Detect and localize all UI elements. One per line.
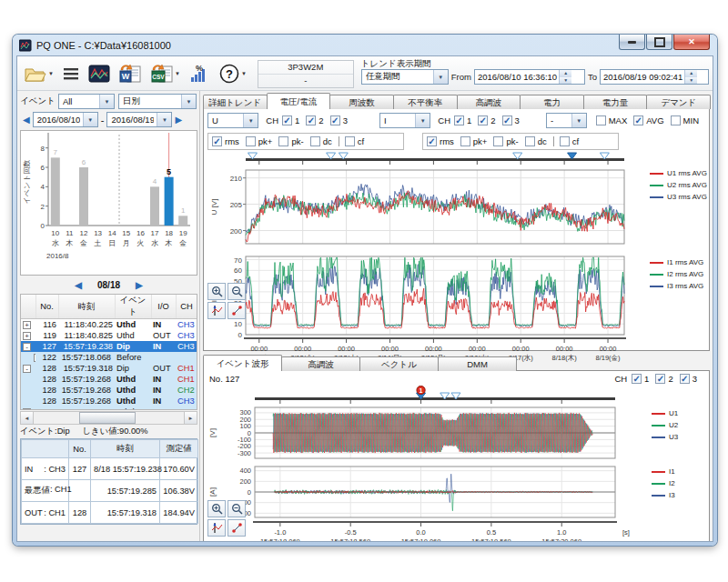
event-row-119-1[interactable]: +11911:18:40.825UthdOUTCH3 [21, 330, 197, 341]
waveform-timeline[interactable]: 1 [204, 386, 642, 405]
expand-icon[interactable]: + [23, 321, 31, 329]
tab-trend-3[interactable]: 不平衡率 [393, 95, 458, 109]
event-col-header[interactable]: 時刻 [58, 295, 115, 319]
help-button[interactable]: ? ▼ [216, 60, 249, 87]
tab-wave-0[interactable]: イベント波形 [203, 355, 282, 371]
csv-export-button[interactable]: CSV ▼ [147, 60, 183, 87]
u-ch-3[interactable]: ✓3 [330, 115, 348, 125]
expand-icon[interactable]: + [23, 332, 31, 340]
tab-trend-2[interactable]: 周波数 [329, 95, 394, 109]
event-col-header[interactable]: No. [35, 295, 58, 319]
event-col-header[interactable] [21, 295, 35, 319]
event-list-button[interactable] [59, 60, 83, 87]
expand-icon[interactable]: + [23, 408, 31, 410]
u-param-pk-[interactable]: pk- [278, 136, 303, 146]
tab-trend-0[interactable]: 詳細トレンド [203, 95, 268, 109]
from-spinner[interactable]: ▲▼ [559, 70, 571, 84]
from-datetime-input[interactable]: 2016/08/10 16:36:10 ▲▼ [474, 69, 585, 85]
u-param-cf[interactable]: cf [345, 136, 364, 146]
tab-trend-6[interactable]: 電力量 [583, 95, 648, 109]
maximize-button[interactable] [646, 35, 672, 50]
date-next-button[interactable]: ▶ [175, 115, 182, 125]
event-row-128-5[interactable]: 12815:57:19.268UthdINCH1 [21, 374, 197, 385]
expand-icon[interactable]: + [34, 354, 35, 362]
date-from-select[interactable]: 2016/08/10▼ [33, 112, 98, 127]
tab-trend-7[interactable]: デマンド [646, 95, 711, 109]
u-param-dc[interactable]: dc [310, 136, 332, 146]
trend-vertical-cursor-button[interactable] [207, 302, 226, 319]
trend-timeline[interactable] [204, 152, 642, 166]
third-parameter-select[interactable]: -▼ [546, 113, 587, 128]
date-prev-button[interactable]: ◀ [23, 115, 30, 125]
tab-wave-1[interactable]: 高調波 [281, 356, 360, 371]
event-row-129-8[interactable]: +12915:57:19.469UthdOUTCH1 [21, 406, 197, 410]
u-ch-1[interactable]: ✓1 [282, 115, 299, 125]
stat-min[interactable]: MIN [671, 115, 699, 125]
current-waveform-chart[interactable]: 4002000-200-400[A]-1.015:57:18.069-0.515… [204, 464, 642, 541]
wave-ch-1[interactable]: ✓1 [632, 374, 649, 384]
i-ch-1[interactable]: ✓1 [454, 115, 471, 125]
wave-ch-2[interactable]: ✓2 [655, 374, 672, 384]
event-col-header[interactable]: I/O [151, 295, 176, 319]
day-next-button[interactable]: ▶ [136, 280, 143, 290]
waveform-view-button[interactable] [86, 60, 113, 87]
collapse-icon[interactable]: - [23, 343, 31, 351]
tab-wave-2[interactable]: ベクトル [359, 356, 439, 371]
to-spinner[interactable]: ▲▼ [684, 70, 697, 84]
event-col-header[interactable]: CH [176, 295, 197, 319]
event-row-122-3[interactable]: +12215:57:18.068Before [21, 352, 197, 363]
event-row-128-6[interactable]: 12815:57:19.268UthdINCH2 [21, 385, 197, 396]
tab-trend-5[interactable]: 電力 [520, 95, 584, 109]
i-param-cf[interactable]: cf [560, 136, 579, 146]
wave-ch-3[interactable]: ✓3 [680, 374, 697, 384]
event-type-select[interactable]: All▼ [58, 94, 115, 109]
open-folder-button[interactable]: ▼ [21, 60, 56, 87]
event-table-hscrollbar[interactable]: ◄ ► [20, 411, 197, 425]
u-ch-2[interactable]: ✓2 [306, 115, 323, 125]
period-type-select[interactable]: 任意期間▼ [361, 69, 449, 85]
scroll-thumb[interactable] [79, 412, 136, 424]
stat-avg[interactable]: ✓AVG [633, 115, 663, 125]
scroll-right-arrow[interactable]: ► [184, 412, 197, 424]
u-param-rms[interactable]: ✓rms [212, 136, 239, 146]
minimize-button[interactable] [619, 35, 645, 50]
tab-trend-1[interactable]: 電圧/電流 [267, 93, 331, 109]
scroll-left-arrow[interactable]: ◄ [21, 412, 34, 424]
wave-slope-cursor-button[interactable] [228, 519, 246, 537]
i-param-pk+[interactable]: pk+ [460, 136, 488, 146]
event-row-128-4[interactable]: -12815:57:19.318DipOUTCH1 [21, 363, 197, 374]
i-ch-3[interactable]: ✓3 [502, 115, 520, 125]
i-param-pk-[interactable]: pk- [493, 136, 518, 146]
tab-wave-3[interactable]: DMM [438, 356, 517, 371]
event-row-128-7[interactable]: 12815:57:19.268UthdINCH3 [21, 396, 197, 406]
i-param-dc[interactable]: dc [525, 136, 547, 146]
voltage-waveform-chart[interactable]: 3002001000-100-200-300[V] [204, 405, 642, 461]
event-col-header[interactable]: イベント [115, 295, 151, 319]
current-trend-chart[interactable]: 010203040506070I [A]00:008/11(木)00:008/1… [204, 253, 642, 366]
to-datetime-input[interactable]: 2016/08/19 09:02:41 ▲▼ [600, 69, 709, 85]
i-param-rms[interactable]: ✓rms [427, 136, 454, 146]
period-mode-select[interactable]: 日別▼ [118, 94, 197, 109]
word-export-button[interactable]: W [116, 60, 145, 87]
close-button[interactable]: ✕ [673, 35, 710, 50]
wave-vertical-cursor-button[interactable] [207, 519, 226, 537]
trend-slope-cursor-button[interactable] [228, 302, 246, 319]
event-row-116-0[interactable]: +11611:18:40.225UthdINCH3 [21, 319, 197, 331]
day-prev-button[interactable]: ◀ [75, 280, 82, 290]
i-ch-2[interactable]: ✓2 [478, 115, 495, 125]
voltage-trend-chart[interactable]: 200205210U [V] [204, 166, 642, 253]
trend-zoom-in-button[interactable] [207, 283, 226, 300]
stat-max[interactable]: MAX [596, 115, 628, 125]
trend-zoom-out-button[interactable] [228, 283, 246, 300]
i-parameter-select[interactable]: I▼ [379, 113, 430, 128]
u-parameter-select[interactable]: U▼ [207, 113, 258, 128]
titlebar[interactable]: PQ ONE - C:¥Data¥16081000 ✕ [13, 35, 717, 55]
wave-zoom-in-button[interactable] [207, 500, 226, 517]
date-to-select[interactable]: 2016/08/19▼ [106, 112, 172, 127]
wave-zoom-out-button[interactable] [228, 500, 246, 517]
percent-graph-button[interactable]: % [186, 60, 213, 87]
tab-trend-4[interactable]: 高調波 [457, 95, 521, 109]
event-row-127-2[interactable]: -12715:57:19.238DipINCH3 [21, 341, 197, 352]
event-count-chart[interactable]: 02468710水11木612金13土14日15月16火417水518木119金… [20, 130, 197, 276]
collapse-icon[interactable]: - [23, 365, 31, 373]
